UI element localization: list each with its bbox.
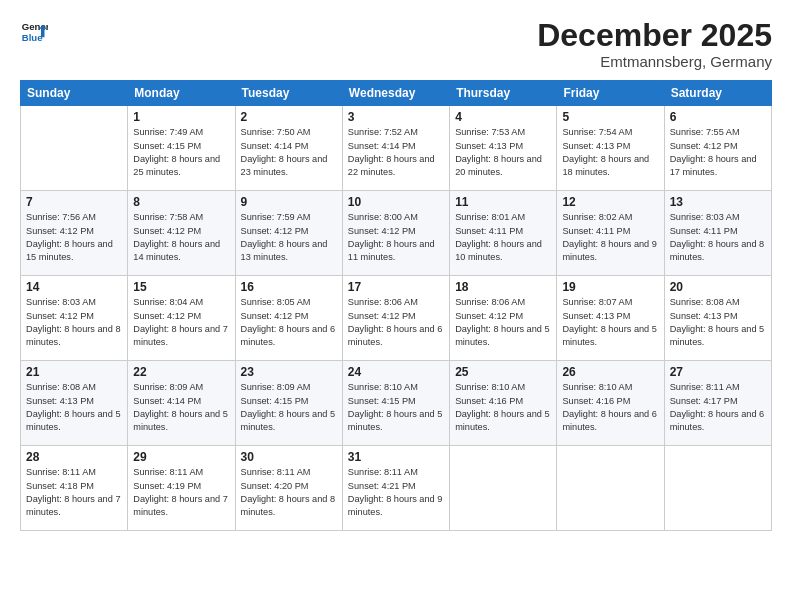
day-info: Sunrise: 8:08 AM Sunset: 4:13 PM Dayligh… xyxy=(26,381,122,434)
day-number: 12 xyxy=(562,195,658,209)
month-year: December 2025 xyxy=(537,18,772,53)
calendar-header-row: Sunday Monday Tuesday Wednesday Thursday… xyxy=(21,81,772,106)
day-info: Sunrise: 8:10 AM Sunset: 4:16 PM Dayligh… xyxy=(455,381,551,434)
location: Emtmannsberg, Germany xyxy=(537,53,772,70)
day-info: Sunrise: 8:00 AM Sunset: 4:12 PM Dayligh… xyxy=(348,211,444,264)
day-info: Sunrise: 8:06 AM Sunset: 4:12 PM Dayligh… xyxy=(455,296,551,349)
day-number: 27 xyxy=(670,365,766,379)
logo-icon: General Blue xyxy=(20,18,48,46)
day-info: Sunrise: 8:11 AM Sunset: 4:20 PM Dayligh… xyxy=(241,466,337,519)
calendar: Sunday Monday Tuesday Wednesday Thursday… xyxy=(20,80,772,531)
day-info: Sunrise: 8:09 AM Sunset: 4:15 PM Dayligh… xyxy=(241,381,337,434)
calendar-cell: 9Sunrise: 7:59 AM Sunset: 4:12 PM Daylig… xyxy=(235,191,342,276)
day-number: 30 xyxy=(241,450,337,464)
day-info: Sunrise: 8:02 AM Sunset: 4:11 PM Dayligh… xyxy=(562,211,658,264)
day-info: Sunrise: 7:54 AM Sunset: 4:13 PM Dayligh… xyxy=(562,126,658,179)
calendar-cell: 27Sunrise: 8:11 AM Sunset: 4:17 PM Dayli… xyxy=(664,361,771,446)
day-info: Sunrise: 7:55 AM Sunset: 4:12 PM Dayligh… xyxy=(670,126,766,179)
calendar-cell: 19Sunrise: 8:07 AM Sunset: 4:13 PM Dayli… xyxy=(557,276,664,361)
day-info: Sunrise: 7:58 AM Sunset: 4:12 PM Dayligh… xyxy=(133,211,229,264)
calendar-cell xyxy=(21,106,128,191)
day-info: Sunrise: 7:56 AM Sunset: 4:12 PM Dayligh… xyxy=(26,211,122,264)
day-number: 24 xyxy=(348,365,444,379)
calendar-cell: 14Sunrise: 8:03 AM Sunset: 4:12 PM Dayli… xyxy=(21,276,128,361)
day-info: Sunrise: 8:03 AM Sunset: 4:11 PM Dayligh… xyxy=(670,211,766,264)
day-info: Sunrise: 8:07 AM Sunset: 4:13 PM Dayligh… xyxy=(562,296,658,349)
day-info: Sunrise: 8:10 AM Sunset: 4:15 PM Dayligh… xyxy=(348,381,444,434)
calendar-week-2: 14Sunrise: 8:03 AM Sunset: 4:12 PM Dayli… xyxy=(21,276,772,361)
day-number: 10 xyxy=(348,195,444,209)
day-info: Sunrise: 7:50 AM Sunset: 4:14 PM Dayligh… xyxy=(241,126,337,179)
calendar-cell: 11Sunrise: 8:01 AM Sunset: 4:11 PM Dayli… xyxy=(450,191,557,276)
day-number: 16 xyxy=(241,280,337,294)
calendar-cell: 29Sunrise: 8:11 AM Sunset: 4:19 PM Dayli… xyxy=(128,446,235,531)
day-info: Sunrise: 8:11 AM Sunset: 4:18 PM Dayligh… xyxy=(26,466,122,519)
calendar-cell: 26Sunrise: 8:10 AM Sunset: 4:16 PM Dayli… xyxy=(557,361,664,446)
day-number: 28 xyxy=(26,450,122,464)
calendar-cell: 16Sunrise: 8:05 AM Sunset: 4:12 PM Dayli… xyxy=(235,276,342,361)
calendar-week-0: 1Sunrise: 7:49 AM Sunset: 4:15 PM Daylig… xyxy=(21,106,772,191)
day-info: Sunrise: 8:01 AM Sunset: 4:11 PM Dayligh… xyxy=(455,211,551,264)
day-number: 13 xyxy=(670,195,766,209)
day-info: Sunrise: 8:11 AM Sunset: 4:17 PM Dayligh… xyxy=(670,381,766,434)
calendar-cell: 28Sunrise: 8:11 AM Sunset: 4:18 PM Dayli… xyxy=(21,446,128,531)
calendar-cell xyxy=(664,446,771,531)
calendar-cell: 20Sunrise: 8:08 AM Sunset: 4:13 PM Dayli… xyxy=(664,276,771,361)
day-info: Sunrise: 7:59 AM Sunset: 4:12 PM Dayligh… xyxy=(241,211,337,264)
day-info: Sunrise: 7:49 AM Sunset: 4:15 PM Dayligh… xyxy=(133,126,229,179)
header-thursday: Thursday xyxy=(450,81,557,106)
header-sunday: Sunday xyxy=(21,81,128,106)
header: General Blue December 2025 Emtmannsberg,… xyxy=(20,18,772,70)
calendar-cell: 15Sunrise: 8:04 AM Sunset: 4:12 PM Dayli… xyxy=(128,276,235,361)
day-info: Sunrise: 8:04 AM Sunset: 4:12 PM Dayligh… xyxy=(133,296,229,349)
calendar-cell: 24Sunrise: 8:10 AM Sunset: 4:15 PM Dayli… xyxy=(342,361,449,446)
day-number: 8 xyxy=(133,195,229,209)
day-info: Sunrise: 7:53 AM Sunset: 4:13 PM Dayligh… xyxy=(455,126,551,179)
calendar-week-1: 7Sunrise: 7:56 AM Sunset: 4:12 PM Daylig… xyxy=(21,191,772,276)
calendar-cell: 10Sunrise: 8:00 AM Sunset: 4:12 PM Dayli… xyxy=(342,191,449,276)
day-number: 7 xyxy=(26,195,122,209)
calendar-cell: 2Sunrise: 7:50 AM Sunset: 4:14 PM Daylig… xyxy=(235,106,342,191)
calendar-cell: 12Sunrise: 8:02 AM Sunset: 4:11 PM Dayli… xyxy=(557,191,664,276)
calendar-week-3: 21Sunrise: 8:08 AM Sunset: 4:13 PM Dayli… xyxy=(21,361,772,446)
calendar-cell: 23Sunrise: 8:09 AM Sunset: 4:15 PM Dayli… xyxy=(235,361,342,446)
day-number: 23 xyxy=(241,365,337,379)
header-wednesday: Wednesday xyxy=(342,81,449,106)
calendar-cell: 30Sunrise: 8:11 AM Sunset: 4:20 PM Dayli… xyxy=(235,446,342,531)
calendar-cell: 5Sunrise: 7:54 AM Sunset: 4:13 PM Daylig… xyxy=(557,106,664,191)
title-block: December 2025 Emtmannsberg, Germany xyxy=(537,18,772,70)
day-number: 19 xyxy=(562,280,658,294)
day-info: Sunrise: 7:52 AM Sunset: 4:14 PM Dayligh… xyxy=(348,126,444,179)
day-info: Sunrise: 8:10 AM Sunset: 4:16 PM Dayligh… xyxy=(562,381,658,434)
day-number: 15 xyxy=(133,280,229,294)
day-number: 20 xyxy=(670,280,766,294)
day-info: Sunrise: 8:05 AM Sunset: 4:12 PM Dayligh… xyxy=(241,296,337,349)
day-number: 29 xyxy=(133,450,229,464)
calendar-cell: 7Sunrise: 7:56 AM Sunset: 4:12 PM Daylig… xyxy=(21,191,128,276)
calendar-cell: 25Sunrise: 8:10 AM Sunset: 4:16 PM Dayli… xyxy=(450,361,557,446)
calendar-cell: 13Sunrise: 8:03 AM Sunset: 4:11 PM Dayli… xyxy=(664,191,771,276)
day-info: Sunrise: 8:06 AM Sunset: 4:12 PM Dayligh… xyxy=(348,296,444,349)
calendar-cell: 6Sunrise: 7:55 AM Sunset: 4:12 PM Daylig… xyxy=(664,106,771,191)
day-info: Sunrise: 8:11 AM Sunset: 4:21 PM Dayligh… xyxy=(348,466,444,519)
day-number: 14 xyxy=(26,280,122,294)
day-number: 1 xyxy=(133,110,229,124)
header-saturday: Saturday xyxy=(664,81,771,106)
day-number: 26 xyxy=(562,365,658,379)
calendar-cell xyxy=(557,446,664,531)
logo: General Blue xyxy=(20,18,48,46)
day-number: 25 xyxy=(455,365,551,379)
day-number: 9 xyxy=(241,195,337,209)
day-number: 17 xyxy=(348,280,444,294)
day-number: 31 xyxy=(348,450,444,464)
day-number: 18 xyxy=(455,280,551,294)
calendar-cell: 1Sunrise: 7:49 AM Sunset: 4:15 PM Daylig… xyxy=(128,106,235,191)
calendar-week-4: 28Sunrise: 8:11 AM Sunset: 4:18 PM Dayli… xyxy=(21,446,772,531)
svg-text:Blue: Blue xyxy=(22,32,43,43)
header-tuesday: Tuesday xyxy=(235,81,342,106)
calendar-cell: 3Sunrise: 7:52 AM Sunset: 4:14 PM Daylig… xyxy=(342,106,449,191)
day-number: 11 xyxy=(455,195,551,209)
day-number: 22 xyxy=(133,365,229,379)
day-number: 4 xyxy=(455,110,551,124)
day-number: 6 xyxy=(670,110,766,124)
